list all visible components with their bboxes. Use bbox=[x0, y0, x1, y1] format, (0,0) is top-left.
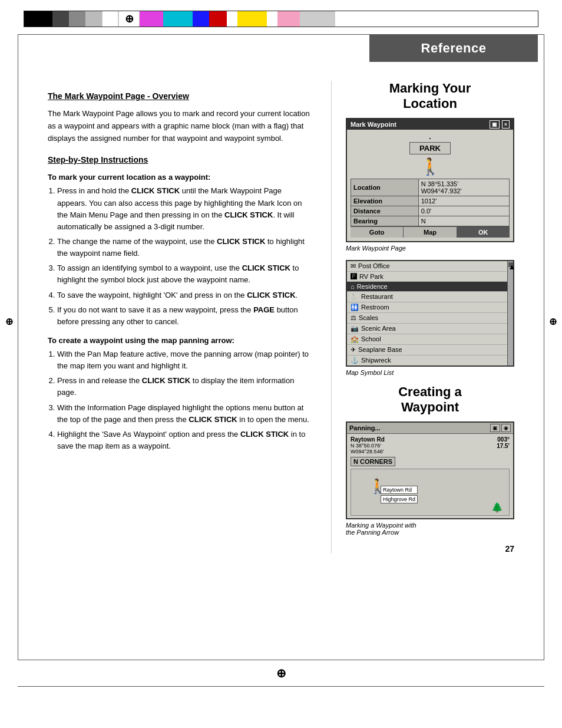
step-mark-4: To save the waypoint, highlight 'OK' and… bbox=[57, 289, 313, 301]
step-pan-4: Highlight the 'Save As Waypoint' option … bbox=[57, 429, 313, 452]
list-item: 📷Scenic Area bbox=[347, 324, 507, 334]
list-item: ⚖Scales bbox=[347, 313, 507, 324]
section1-body: The Mark Waypoint Page allows you to mar… bbox=[48, 108, 313, 144]
device1-elevation-value: 1012' bbox=[418, 196, 509, 206]
panning-caption: Marking a Waypoint withthe Panning Arrow bbox=[346, 522, 514, 536]
table-row: Distance 0.0' bbox=[351, 206, 510, 216]
step-mark-1: Press in and hold the CLICK STICK until … bbox=[57, 185, 313, 233]
right-section2-title: Creating aWaypoint bbox=[346, 384, 514, 416]
cb-gap2 bbox=[267, 11, 277, 27]
cb-gap bbox=[227, 11, 237, 27]
page-border: ⊕ ⊕ Reference The Mark Waypoint Page - O… bbox=[18, 35, 544, 660]
step-pan-1: With the Pan Map feature active, move th… bbox=[57, 348, 313, 372]
cb-white bbox=[102, 11, 118, 27]
subsection2-title: To create a waypoint using the map panni… bbox=[48, 336, 313, 345]
panning-title: Panning... bbox=[349, 424, 381, 431]
cb-cyan bbox=[163, 11, 193, 27]
cb-pink bbox=[277, 11, 300, 27]
panning-icon-menu: ◉ bbox=[501, 424, 511, 432]
color-bar: ⊕ bbox=[24, 11, 538, 27]
bottom-crosshair-icon: ⊕ bbox=[276, 666, 286, 680]
steps-pan-list: With the Pan Map feature active, move th… bbox=[48, 348, 313, 452]
list-item-residence: ⌂Residence bbox=[347, 282, 507, 292]
panning-map-area: 🚶 Raytown Rd Highgrove Rd 🌲 bbox=[351, 469, 510, 516]
scrollbar[interactable]: ▲ bbox=[507, 261, 513, 365]
device1-caption: Mark Waypoint Page bbox=[346, 245, 514, 252]
panning-road: Raytown Rd bbox=[351, 436, 385, 443]
device1-distance-value: 0.0' bbox=[418, 206, 509, 216]
left-column: The Mark Waypoint Page - Overview The Ma… bbox=[48, 81, 332, 554]
step-mark-2: The change the name of the waypoint, use… bbox=[57, 236, 313, 259]
panning-mock: Panning... ▣ ◉ Raytown Rd N 38°50.076'W0… bbox=[346, 421, 514, 519]
symbol-list-mock: ✉Post Office 🅿RV Park ⌂Residence 🍴Restau… bbox=[346, 260, 514, 367]
subsection1-title: To mark your current location as a waypo… bbox=[48, 173, 313, 182]
list-item: 🍴Restaurant bbox=[347, 292, 507, 302]
section1-title: The Mark Waypoint Page - Overview bbox=[48, 91, 313, 101]
symbol-list-caption: Map Symbol List bbox=[346, 369, 514, 376]
table-row: Bearing N bbox=[351, 216, 510, 226]
list-item: 🚻Restroom bbox=[347, 302, 507, 313]
device1-location-label: Location bbox=[351, 179, 419, 196]
panning-location: Raytown Rd N 38°50.076'W094°28.546' bbox=[351, 436, 385, 454]
right-section1-title: Marking YourLocation bbox=[346, 81, 514, 112]
panning-place: N CORNERS bbox=[351, 457, 395, 466]
panning-icons: ▣ ◉ bbox=[490, 424, 511, 432]
panning-distance: 003°17.5' bbox=[497, 436, 510, 449]
device-mock-1: Mark Waypoint ▣ × • PARK 🚶 Location bbox=[346, 118, 514, 242]
device1-elevation-label: Elevation bbox=[351, 196, 419, 206]
cb-lightgray bbox=[85, 11, 102, 27]
page-number: 27 bbox=[346, 544, 514, 554]
step-pan-3: With the Information Page displayed high… bbox=[57, 402, 313, 426]
device1-goto-btn[interactable]: Goto bbox=[351, 227, 404, 238]
panning-icon-page: ▣ bbox=[490, 424, 500, 432]
device1-icons: ▣ × bbox=[490, 120, 510, 129]
device1-map-btn[interactable]: Map bbox=[404, 227, 457, 238]
panning-header: Panning... ▣ ◉ bbox=[347, 423, 513, 434]
device1-table: Location N 38°51.335'W094°47.932' Elevat… bbox=[351, 179, 510, 226]
cb-red bbox=[209, 11, 227, 27]
steps-mark-list: Press in and hold the CLICK STICK until … bbox=[48, 185, 313, 328]
device1-park-label: PARK bbox=[409, 142, 451, 154]
panning-info-row: Raytown Rd N 38°50.076'W094°28.546' 003°… bbox=[351, 436, 510, 454]
device1-ok-btn[interactable]: OK bbox=[457, 227, 510, 238]
device1-location-value: N 38°51.335'W094°47.932' bbox=[418, 179, 509, 196]
device1-title: Mark Waypoint bbox=[351, 121, 396, 128]
device1-icon-close: × bbox=[502, 120, 510, 129]
cb-magenta bbox=[140, 11, 163, 27]
cb-black bbox=[24, 11, 52, 27]
panning-body: Raytown Rd N 38°50.076'W094°28.546' 003°… bbox=[347, 434, 513, 518]
bottom-outer-border bbox=[18, 686, 544, 687]
step-pan-2: Press in and release the CLICK STICK to … bbox=[57, 375, 313, 398]
step-mark-5: If you do not want to save it as a new w… bbox=[57, 304, 313, 328]
table-row: Location N 38°51.335'W094°47.932' bbox=[351, 179, 510, 196]
device1-figure: 🚶 bbox=[351, 157, 510, 176]
color-bar-container: ⊕ bbox=[0, 0, 562, 27]
panning-road-label1: Raytown Rd bbox=[381, 486, 418, 494]
scroll-up-arrow[interactable]: ▲ bbox=[508, 262, 513, 267]
device1-bearing-label: Bearing bbox=[351, 216, 419, 226]
list-item: ✉Post Office bbox=[347, 261, 507, 272]
cb-darkgray bbox=[52, 11, 69, 27]
cb-lgray2 bbox=[300, 11, 335, 27]
device1-footer: Goto Map OK bbox=[351, 226, 510, 238]
symbol-list-wrapper: ✉Post Office 🅿RV Park ⌂Residence 🍴Restau… bbox=[347, 261, 513, 365]
bottom-bar: ⊕ bbox=[18, 660, 544, 686]
list-item: ⚓Shipwreck bbox=[347, 355, 507, 365]
list-item: ✈Seaplane Base bbox=[347, 345, 507, 355]
device1-icon-page: ▣ bbox=[490, 120, 500, 129]
list-item: 🅿RV Park bbox=[347, 272, 507, 282]
right-margin-crosshair: ⊕ bbox=[549, 316, 557, 327]
device1-header: Mark Waypoint ▣ × bbox=[347, 119, 513, 130]
table-row: Elevation 1012' bbox=[351, 196, 510, 206]
device1-park-area: • PARK bbox=[351, 136, 510, 154]
main-layout: The Mark Waypoint Page - Overview The Ma… bbox=[24, 81, 538, 554]
list-item: 🏫School bbox=[347, 334, 507, 345]
device1-distance-label: Distance bbox=[351, 206, 419, 216]
crosshair-icon: ⊕ bbox=[118, 11, 140, 27]
right-column: Marking YourLocation Mark Waypoint ▣ × •… bbox=[332, 81, 514, 554]
device1-bearing-value: N bbox=[418, 216, 509, 226]
cb-yellow bbox=[237, 11, 267, 27]
step-mark-3: To assign an identifying symbol to a way… bbox=[57, 262, 313, 286]
panning-coords: N 38°50.076'W094°28.546' bbox=[351, 443, 385, 454]
cb-medgray bbox=[69, 11, 85, 27]
